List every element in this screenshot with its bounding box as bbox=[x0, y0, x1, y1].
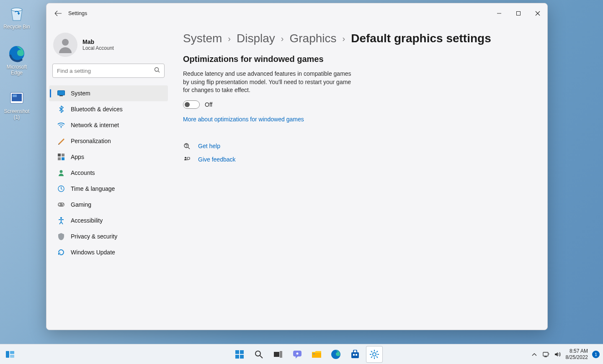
breadcrumb-display[interactable]: Display bbox=[237, 32, 275, 45]
apps-icon bbox=[57, 153, 65, 161]
back-button[interactable] bbox=[52, 8, 64, 19]
nav-label: Personalization bbox=[71, 138, 111, 144]
nav-personalization[interactable]: Personalization bbox=[49, 133, 168, 149]
taskbar-search-button[interactable] bbox=[250, 346, 267, 363]
search-box[interactable] bbox=[52, 64, 165, 78]
nav-label: Gaming bbox=[71, 201, 91, 208]
svg-rect-31 bbox=[235, 350, 239, 354]
nav-label: Network & internet bbox=[71, 122, 119, 128]
nav-accessibility[interactable]: Accessibility bbox=[49, 213, 168, 228]
svg-rect-32 bbox=[240, 350, 244, 354]
nav-accounts[interactable]: Accounts bbox=[49, 165, 168, 181]
content: System › Display › Graphics › Default gr… bbox=[170, 23, 547, 330]
user-name: Mab bbox=[82, 38, 114, 45]
nav-bluetooth[interactable]: Bluetooth & devices bbox=[49, 101, 168, 117]
taskbar: 8:57 AM 8/25/2022 1 bbox=[0, 344, 603, 364]
edge-icon bbox=[7, 44, 27, 64]
tray-volume-icon[interactable] bbox=[554, 351, 562, 358]
maximize-button[interactable] bbox=[509, 7, 528, 20]
svg-rect-4 bbox=[13, 95, 17, 97]
svg-rect-16 bbox=[62, 157, 64, 160]
desktop-icon-screenshot[interactable]: Screenshot (1) bbox=[1, 88, 33, 120]
nav-apps[interactable]: Apps bbox=[49, 149, 168, 165]
shield-icon bbox=[57, 233, 65, 240]
svg-rect-45 bbox=[353, 354, 355, 356]
svg-rect-42 bbox=[313, 354, 315, 354]
nav-system[interactable]: System bbox=[49, 85, 168, 101]
optimizations-toggle[interactable] bbox=[183, 100, 200, 109]
search-icon bbox=[154, 67, 160, 74]
notification-badge[interactable]: 1 bbox=[592, 351, 600, 358]
svg-point-17 bbox=[60, 170, 63, 173]
chevron-right-icon: › bbox=[281, 34, 284, 44]
search-input[interactable] bbox=[57, 68, 154, 74]
svg-line-36 bbox=[260, 356, 263, 358]
svg-line-52 bbox=[371, 351, 372, 352]
update-icon bbox=[57, 249, 65, 256]
more-about-link[interactable]: More about optimizations for windowed ga… bbox=[183, 116, 304, 123]
get-help-link[interactable]: Get help bbox=[198, 143, 220, 149]
desktop-icon-recycle-bin[interactable]: Recycle Bin bbox=[1, 3, 33, 30]
svg-point-20 bbox=[62, 203, 63, 204]
svg-rect-56 bbox=[543, 352, 548, 356]
window-title: Settings bbox=[68, 10, 87, 16]
chevron-right-icon: › bbox=[228, 34, 231, 44]
wifi-icon bbox=[57, 121, 65, 129]
nav-label: Time & language bbox=[71, 185, 115, 192]
nav-time-language[interactable]: Time & language bbox=[49, 181, 168, 197]
section-title: Optimizations for windowed games bbox=[183, 54, 531, 64]
breadcrumb-system[interactable]: System bbox=[183, 32, 222, 45]
bluetooth-icon bbox=[57, 105, 65, 113]
close-button[interactable] bbox=[528, 7, 547, 20]
nav-gaming[interactable]: Gaming bbox=[49, 197, 168, 213]
settings-window: Settings Mab Local Account bbox=[46, 3, 548, 330]
breadcrumb-graphics[interactable]: Graphics bbox=[290, 32, 337, 45]
svg-point-12 bbox=[61, 127, 62, 128]
chevron-right-icon: › bbox=[343, 34, 345, 44]
svg-line-55 bbox=[376, 351, 378, 352]
user-block[interactable]: Mab Local Account bbox=[46, 29, 170, 64]
breadcrumb: System › Display › Graphics › Default gr… bbox=[183, 32, 531, 45]
section-description: Reduce latency and use advanced features… bbox=[183, 70, 355, 95]
recycle-bin-icon bbox=[7, 3, 27, 23]
svg-rect-15 bbox=[58, 157, 61, 160]
nav-windows-update[interactable]: Windows Update bbox=[49, 244, 168, 260]
widgets-button[interactable] bbox=[4, 349, 16, 360]
task-view-button[interactable] bbox=[270, 346, 286, 363]
svg-point-0 bbox=[11, 8, 22, 11]
svg-point-24 bbox=[186, 147, 186, 147]
start-button[interactable] bbox=[231, 346, 248, 363]
svg-rect-27 bbox=[187, 157, 190, 159]
nav-label: Windows Update bbox=[71, 249, 115, 256]
svg-rect-6 bbox=[517, 12, 521, 15]
nav-label: Apps bbox=[71, 154, 84, 160]
taskbar-explorer-button[interactable] bbox=[308, 346, 325, 363]
svg-line-25 bbox=[188, 147, 190, 149]
gamepad-icon bbox=[57, 201, 65, 208]
accessibility-icon bbox=[57, 217, 65, 224]
taskbar-edge-button[interactable] bbox=[327, 346, 344, 363]
minimize-button[interactable] bbox=[490, 7, 509, 20]
nav-label: Privacy & security bbox=[71, 233, 117, 240]
tray-overflow-button[interactable] bbox=[531, 351, 538, 358]
svg-rect-44 bbox=[351, 352, 359, 358]
svg-rect-14 bbox=[62, 154, 64, 156]
taskbar-store-button[interactable] bbox=[347, 346, 363, 363]
nav-network[interactable]: Network & internet bbox=[49, 117, 168, 133]
tray-network-icon[interactable] bbox=[542, 351, 550, 358]
brush-icon bbox=[57, 137, 65, 145]
svg-line-9 bbox=[158, 71, 160, 73]
give-feedback-link[interactable]: Give feedback bbox=[198, 156, 236, 163]
taskbar-clock[interactable]: 8:57 AM 8/25/2022 bbox=[566, 348, 588, 360]
nav: System Bluetooth & devices Network & int… bbox=[46, 84, 170, 260]
svg-line-53 bbox=[376, 356, 378, 358]
taskbar-settings-button[interactable] bbox=[366, 346, 383, 363]
nav-privacy[interactable]: Privacy & security bbox=[49, 228, 168, 244]
svg-point-35 bbox=[255, 351, 260, 356]
taskbar-chat-button[interactable] bbox=[289, 346, 306, 363]
svg-rect-46 bbox=[356, 354, 357, 356]
feedback-icon bbox=[183, 156, 191, 163]
svg-line-54 bbox=[371, 356, 372, 358]
breadcrumb-current: Default graphics settings bbox=[351, 32, 491, 45]
desktop-icon-edge[interactable]: Microsoft Edge bbox=[1, 44, 33, 76]
